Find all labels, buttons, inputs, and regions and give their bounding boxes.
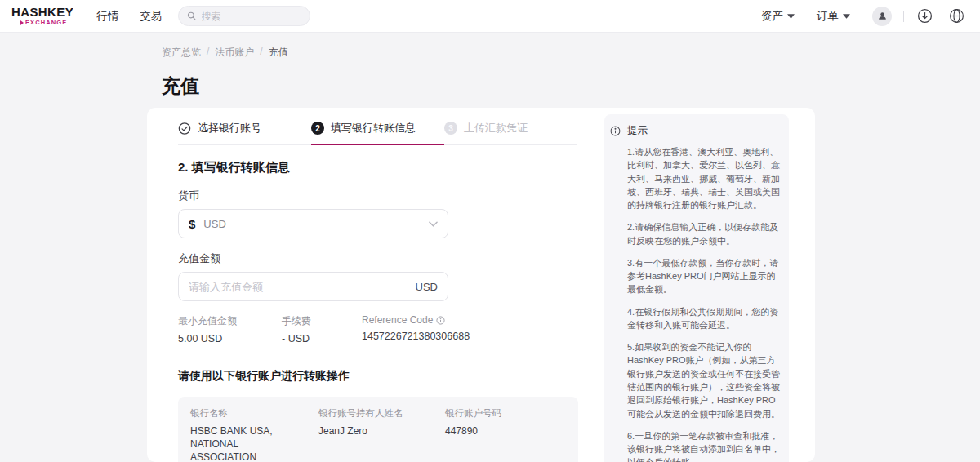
- top-navigation-bar: HASHKEY EXCHANGE 行情 交易 资产 订单: [0, 0, 980, 33]
- main-nav: 行情 交易: [96, 9, 162, 24]
- step-label: 选择银行账号: [198, 121, 261, 135]
- tip-item-4: 4.在银行假期和公共假期期间，您的资金转移和入账可能会延迟。: [627, 305, 781, 332]
- breadcrumb-separator: /: [260, 46, 262, 60]
- top-right-menu: 资产 订单: [761, 7, 967, 26]
- bank-holder-value: JeanJ Zero: [318, 424, 445, 438]
- orders-menu[interactable]: 订单: [817, 9, 850, 24]
- search-icon: [187, 11, 196, 21]
- step-upload-proof[interactable]: 3 上传汇款凭证: [444, 121, 577, 144]
- amount-suffix: USD: [416, 281, 438, 293]
- bank-account-info-box: 银行名称 HSBC BANK USA, NATIONAL ASSOCIATION…: [178, 397, 578, 462]
- globe-icon: [949, 8, 964, 24]
- breadcrumb: 资产总览 / 法币账户 / 充值: [162, 46, 288, 60]
- step-indicator: 选择银行账号 2 填写银行转账信息 3 上传汇款凭证: [178, 121, 577, 145]
- step-fill-transfer-info[interactable]: 2 填写银行转账信息: [311, 121, 444, 144]
- info-icon[interactable]: [436, 316, 445, 325]
- chevron-down-icon: [843, 14, 850, 19]
- header-divider: [903, 11, 904, 22]
- step-number-icon: 3: [444, 122, 457, 135]
- nav-item-markets[interactable]: 行情: [96, 9, 118, 24]
- search-input[interactable]: [202, 11, 302, 22]
- breadcrumb-assets-overview[interactable]: 资产总览: [162, 46, 201, 60]
- fee-label: 手续费: [282, 314, 354, 328]
- reference-code-label: Reference Code: [362, 314, 433, 326]
- amount-input[interactable]: [189, 281, 408, 293]
- dollar-icon: $: [189, 217, 195, 231]
- check-circle-icon: [178, 122, 191, 135]
- bank-name-label: 银行名称: [190, 407, 318, 420]
- bank-holder-label: 银行账号持有人姓名: [318, 407, 445, 420]
- tips-title: 提示: [627, 124, 781, 138]
- tip-item-3: 3.有一个最低存款额，当你存款时，请参考HashKey PRO门户网站上显示的最…: [627, 256, 781, 296]
- bank-name: 银行名称 HSBC BANK USA, NATIONAL ASSOCIATION: [190, 407, 318, 462]
- min-deposit: 最小充值金额 5.00 USD: [178, 314, 282, 344]
- bank-account-number-value: 447890: [445, 424, 578, 438]
- step-label: 填写银行转账信息: [331, 121, 416, 135]
- reference-code-value: 1457226721380306688: [362, 331, 470, 342]
- breadcrumb-current: 充值: [269, 46, 288, 60]
- tip-item-2: 2.请确保信息输入正确，以便存款能及时反映在您的账户余额中。: [627, 220, 781, 247]
- reference-code: Reference Code 1457226721380306688: [362, 314, 478, 344]
- search-box[interactable]: [178, 6, 310, 26]
- min-deposit-value: 5.00 USD: [178, 333, 274, 344]
- breadcrumb-fiat-account[interactable]: 法币账户: [215, 46, 254, 60]
- breadcrumb-separator: /: [207, 46, 209, 60]
- bank-holder: 银行账号持有人姓名 JeanJ Zero: [318, 407, 445, 462]
- fee-value: - USD: [282, 333, 354, 344]
- chevron-down-icon: [429, 221, 438, 227]
- logo-subtext: EXCHANGE: [25, 20, 67, 26]
- amount-input-box: USD: [178, 272, 448, 301]
- min-deposit-label: 最小充值金额: [178, 314, 274, 328]
- chevron-down-icon: [787, 14, 795, 19]
- logo-text: HASHKEY: [11, 6, 74, 18]
- tips-panel: 提示 1.请从您在香港、澳大利亚、奥地利、比利时、加拿大、爱尔兰、以色列、意大利…: [604, 114, 789, 462]
- bank-account-number-label: 银行账户号码: [445, 407, 578, 420]
- step-select-bank-account[interactable]: 选择银行账号: [178, 121, 311, 144]
- download-icon: [917, 8, 933, 24]
- step-number-icon: 2: [311, 122, 324, 135]
- currency-value: USD: [203, 218, 225, 230]
- bank-account-number: 银行账户号码 447890: [445, 407, 578, 462]
- tip-item-1: 1.请从您在香港、澳大利亚、奥地利、比利时、加拿大、爱尔兰、以色列、意大利、马来…: [627, 145, 781, 211]
- bank-name-value: HSBC BANK USA, NATIONAL ASSOCIATION: [190, 424, 318, 462]
- nav-item-trade[interactable]: 交易: [140, 9, 162, 24]
- page-title: 充值: [162, 73, 199, 99]
- hashkey-logo[interactable]: HASHKEY EXCHANGE: [11, 6, 74, 26]
- user-icon: [877, 11, 888, 21]
- currency-select[interactable]: $ USD: [178, 209, 448, 238]
- assets-menu[interactable]: 资产: [761, 9, 795, 24]
- tip-item-6: 6.一旦你的第一笔存款被审查和批准，该银行账户将被自动添加到白名单中，以便今后的…: [627, 429, 781, 462]
- step-label: 上传汇款凭证: [464, 121, 528, 135]
- info-icon: [610, 126, 621, 136]
- fee: 手续费 - USD: [282, 314, 362, 344]
- user-avatar[interactable]: [872, 7, 892, 26]
- logo-arrow-icon: [20, 20, 24, 25]
- language-button[interactable]: [947, 7, 965, 25]
- download-app-button[interactable]: [915, 7, 933, 25]
- tip-item-5: 5.如果收到的资金不能记入你的HashKey PRO账户（例如，从第三方银行账户…: [627, 340, 781, 420]
